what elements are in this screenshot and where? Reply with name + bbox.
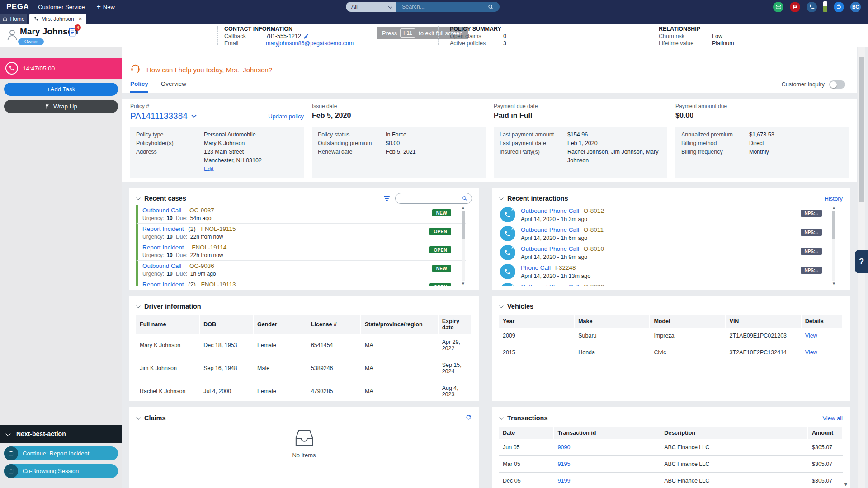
phone-call-icon: ↗: [500, 226, 515, 241]
history-link[interactable]: History: [825, 195, 843, 202]
case-type-link[interactable]: Outbound Call: [142, 207, 181, 214]
transaction-id-link[interactable]: 9090: [558, 444, 571, 450]
interaction-row[interactable]: ↗ Phone Call I-32248 April 14, 2020 - 1h…: [499, 262, 836, 281]
case-type-link[interactable]: Outbound Call: [142, 263, 181, 269]
interaction-type-link[interactable]: Outbound Phone Call: [521, 207, 579, 214]
urgency-label: Urgency:: [142, 252, 164, 258]
column-header: Description: [660, 427, 808, 439]
interaction-type-link[interactable]: Phone Call: [521, 264, 551, 271]
new-button[interactable]: + New: [97, 3, 115, 11]
search-icon: [487, 4, 494, 10]
cases-scrollbar[interactable]: ▲ ▼: [461, 206, 466, 286]
scroll-up-icon[interactable]: ▲: [831, 206, 836, 210]
next-best-action-button[interactable]: Continue: Report Incident: [4, 446, 118, 460]
interaction-row[interactable]: ↗ Outbound Phone Call O-8011 April 14, 2…: [499, 224, 836, 243]
cell-state: MA: [361, 380, 439, 401]
nps-badge: NPS:--: [801, 286, 822, 286]
transaction-id-link[interactable]: 9199: [558, 478, 571, 484]
close-icon[interactable]: ×: [79, 15, 82, 22]
tab-overview[interactable]: Overview: [161, 76, 186, 93]
interaction-time: April 14, 2020 - 1h 13m ago: [521, 273, 590, 279]
case-row[interactable]: Outbound Call OC-9036 Urgency: 10 Due: 1…: [136, 261, 466, 279]
interaction-type-link[interactable]: Outbound Phone Call: [521, 226, 579, 233]
telephony-icon[interactable]: [807, 2, 817, 12]
edit-address-link[interactable]: Edit: [204, 165, 262, 174]
chevron-down-icon[interactable]: [499, 196, 504, 200]
tab-home[interactable]: Home: [0, 14, 27, 24]
interaction-row[interactable]: ↗ Outbound Phone Call O-8010 April 14, 2…: [499, 243, 836, 262]
relationship-block: RELATIONSHIP Churn risk Low Lifetime val…: [659, 26, 734, 47]
cell-full-name: Mary K Johnson: [136, 334, 200, 357]
global-search: All Search...: [346, 2, 500, 12]
case-row[interactable]: Report Incident (2) FNOL-19113 Urgency: …: [136, 279, 466, 286]
workspace-tab-bar: Home Mrs. Johnson ×: [0, 14, 868, 24]
case-type-link[interactable]: Report Incident: [142, 225, 184, 232]
next-best-action-header[interactable]: Next-best-action: [0, 425, 122, 443]
column-header: Gender: [254, 315, 307, 334]
case-row[interactable]: Outbound Call OC-9037 Urgency: 10 Due: 5…: [136, 205, 466, 224]
page-scrollbar-thumb[interactable]: [859, 57, 864, 202]
tab-policy[interactable]: Policy: [130, 76, 148, 93]
section-title: RELATIONSHIP: [659, 26, 734, 32]
wrap-up-button[interactable]: Wrap Up: [4, 100, 118, 113]
email-icon[interactable]: [773, 2, 783, 12]
divider: [648, 26, 648, 45]
section-title: CONTACT INFORMATION: [224, 26, 354, 32]
case-type-link[interactable]: Report Incident: [142, 281, 184, 286]
chat-icon[interactable]: [790, 2, 800, 12]
cell-year: 2009: [499, 328, 575, 344]
chevron-down-icon[interactable]: [136, 196, 141, 200]
chevron-down-icon[interactable]: [191, 113, 196, 117]
case-status-badge: OPEN: [429, 246, 451, 253]
edit-icon[interactable]: [303, 33, 309, 39]
interactions-scrollbar[interactable]: ▲ ▼: [831, 206, 836, 286]
customer-notes-icon[interactable]: 4: [68, 27, 78, 38]
active-call-bar[interactable]: 14:47/05:00: [0, 58, 122, 79]
search-input[interactable]: Search...: [396, 2, 500, 12]
chevron-down-icon: [5, 431, 10, 436]
chevron-down-icon[interactable]: [499, 304, 504, 308]
case-row[interactable]: Report Incident (2) FNOL-19115 Urgency: …: [136, 224, 466, 242]
field-label: Insured Party(s): [500, 148, 567, 165]
next-best-action-button[interactable]: Co-Browsing Session: [4, 464, 118, 478]
table-header-row: Full name DOB Gender License # State/pro…: [136, 315, 472, 334]
scroll-down-icon[interactable]: ▼: [831, 282, 836, 286]
interaction-row[interactable]: ↗ Outbound Phone Call O-8012 April 14, 2…: [499, 205, 836, 224]
view-vehicle-link[interactable]: View: [805, 349, 817, 356]
scroll-down-icon[interactable]: ▼: [844, 483, 847, 487]
chevron-down-icon[interactable]: [499, 415, 504, 420]
scroll-down-icon[interactable]: ▼: [461, 282, 466, 286]
tab-customer[interactable]: Mrs. Johnson ×: [29, 14, 86, 24]
field-value: Platinum: [712, 40, 734, 47]
search-scope-dropdown[interactable]: All: [346, 2, 396, 12]
help-button[interactable]: ?: [855, 250, 868, 273]
chevron-down-icon[interactable]: [136, 304, 141, 308]
outbound-arrow-icon: ↗: [510, 246, 514, 250]
add-task-button[interactable]: +Add Task: [4, 83, 118, 96]
view-vehicle-link[interactable]: View: [805, 333, 817, 339]
email-link[interactable]: maryjohnson86@pegatsdemo.com: [266, 40, 354, 47]
assistant-bot-icon[interactable]: [834, 2, 844, 12]
interaction-row[interactable]: ↗ Outbound Phone Call O-8009 NPS:--: [499, 281, 836, 286]
interaction-type-link[interactable]: Outbound Phone Call: [521, 245, 579, 252]
filter-icon[interactable]: [384, 196, 390, 201]
field-label: Callback: [224, 33, 266, 40]
cell-gender: Male: [254, 357, 307, 380]
interaction-type-link[interactable]: Outbound Phone Call: [521, 283, 579, 286]
view-all-link[interactable]: View all: [822, 415, 843, 422]
chevron-down-icon[interactable]: [136, 415, 141, 420]
customer-inquiry-toggle[interactable]: [829, 80, 845, 89]
transaction-id-link[interactable]: 9195: [558, 461, 571, 467]
refresh-icon[interactable]: [465, 414, 472, 422]
nps-badge: NPS:--: [801, 267, 822, 274]
scroll-up-icon[interactable]: ▲: [461, 206, 466, 210]
cell-license: 4793285: [307, 380, 361, 401]
policy-number-dropdown[interactable]: PA1411133384: [130, 111, 188, 121]
user-avatar[interactable]: BC: [850, 2, 861, 12]
field-value: Paid in Full: [494, 112, 667, 120]
case-row[interactable]: Report Incident FNOL-19114 Urgency: 10 D…: [136, 242, 466, 261]
phone-icon: [34, 16, 39, 21]
update-policy-link[interactable]: Update policy: [268, 113, 304, 120]
case-type-link[interactable]: Report Incident: [142, 244, 184, 251]
cases-search-input[interactable]: [395, 193, 472, 204]
